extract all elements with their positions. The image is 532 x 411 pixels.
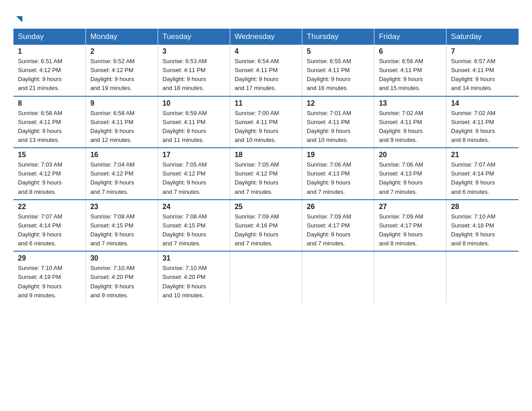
day-info: Sunrise: 6:53 AMSunset: 4:11 PMDaylight:…: [163, 57, 225, 93]
day-cell: 10Sunrise: 6:59 AMSunset: 4:11 PMDayligh…: [158, 96, 230, 148]
day-cell: 16Sunrise: 7:04 AMSunset: 4:12 PMDayligh…: [86, 148, 158, 200]
header-day-thursday: Thursday: [302, 29, 374, 45]
day-info: Sunrise: 7:07 AMSunset: 4:14 PMDaylight:…: [18, 212, 81, 248]
day-cell: 15Sunrise: 7:03 AMSunset: 4:12 PMDayligh…: [13, 148, 86, 200]
day-info: Sunrise: 7:09 AMSunset: 4:17 PMDaylight:…: [307, 212, 369, 248]
day-cell: 17Sunrise: 7:05 AMSunset: 4:12 PMDayligh…: [158, 148, 230, 200]
day-info: Sunrise: 7:09 AMSunset: 4:17 PMDaylight:…: [379, 212, 442, 248]
day-cell: 1Sunrise: 6:51 AMSunset: 4:12 PMDaylight…: [13, 45, 86, 96]
day-cell: [230, 251, 302, 303]
day-info: Sunrise: 7:06 AMSunset: 4:13 PMDaylight:…: [307, 160, 369, 197]
day-number: 20: [379, 151, 442, 159]
day-number: 6: [379, 47, 442, 56]
day-cell: 22Sunrise: 7:07 AMSunset: 4:14 PMDayligh…: [13, 200, 86, 252]
day-info: Sunrise: 7:10 AMSunset: 4:19 PMDaylight:…: [18, 264, 81, 300]
day-info: Sunrise: 7:08 AMSunset: 4:15 PMDaylight:…: [90, 212, 153, 248]
day-number: 14: [451, 99, 514, 107]
day-number: 1: [18, 47, 81, 56]
day-number: 4: [235, 47, 297, 56]
day-number: 26: [307, 203, 369, 211]
week-row-2: 8Sunrise: 6:58 AMSunset: 4:11 PMDaylight…: [13, 96, 519, 148]
logo: [13, 13, 24, 24]
header-day-sunday: Sunday: [13, 29, 86, 45]
day-number: 30: [90, 254, 153, 262]
day-info: Sunrise: 7:10 AMSunset: 4:20 PMDaylight:…: [163, 264, 225, 300]
day-number: 12: [307, 99, 369, 107]
day-number: 16: [90, 151, 153, 159]
day-cell: 3Sunrise: 6:53 AMSunset: 4:11 PMDaylight…: [158, 45, 230, 96]
day-cell: 25Sunrise: 7:09 AMSunset: 4:16 PMDayligh…: [230, 200, 302, 252]
day-number: 22: [18, 203, 81, 211]
day-cell: 30Sunrise: 7:10 AMSunset: 4:20 PMDayligh…: [86, 251, 158, 303]
day-info: Sunrise: 7:01 AMSunset: 4:11 PMDaylight:…: [307, 109, 369, 145]
day-info: Sunrise: 7:05 AMSunset: 4:12 PMDaylight:…: [235, 160, 297, 197]
day-cell: 9Sunrise: 6:58 AMSunset: 4:11 PMDaylight…: [86, 96, 158, 148]
day-number: 5: [307, 47, 369, 56]
logo-inner: [13, 13, 24, 24]
day-info: Sunrise: 7:06 AMSunset: 4:13 PMDaylight:…: [379, 160, 442, 197]
day-number: 3: [163, 47, 225, 56]
logo-row1: [13, 13, 24, 24]
day-number: 29: [18, 254, 81, 262]
day-info: Sunrise: 7:00 AMSunset: 4:11 PMDaylight:…: [235, 109, 297, 145]
day-info: Sunrise: 7:07 AMSunset: 4:14 PMDaylight:…: [451, 160, 514, 197]
day-info: Sunrise: 7:10 AMSunset: 4:20 PMDaylight:…: [90, 264, 153, 300]
day-number: 31: [163, 254, 225, 262]
logo-arrow-icon: [14, 14, 24, 24]
day-cell: 20Sunrise: 7:06 AMSunset: 4:13 PMDayligh…: [374, 148, 446, 200]
day-cell: 23Sunrise: 7:08 AMSunset: 4:15 PMDayligh…: [86, 200, 158, 252]
day-cell: 28Sunrise: 7:10 AMSunset: 4:18 PMDayligh…: [446, 200, 519, 252]
day-info: Sunrise: 6:52 AMSunset: 4:12 PMDaylight:…: [90, 57, 153, 93]
day-info: Sunrise: 7:03 AMSunset: 4:12 PMDaylight:…: [18, 160, 81, 197]
header-day-wednesday: Wednesday: [230, 29, 302, 45]
day-info: Sunrise: 6:59 AMSunset: 4:11 PMDaylight:…: [163, 109, 225, 145]
day-cell: 11Sunrise: 7:00 AMSunset: 4:11 PMDayligh…: [230, 96, 302, 148]
week-row-3: 15Sunrise: 7:03 AMSunset: 4:12 PMDayligh…: [13, 148, 519, 200]
day-cell: 27Sunrise: 7:09 AMSunset: 4:17 PMDayligh…: [374, 200, 446, 252]
day-cell: [446, 251, 519, 303]
day-info: Sunrise: 7:10 AMSunset: 4:18 PMDaylight:…: [451, 212, 514, 248]
day-info: Sunrise: 6:54 AMSunset: 4:11 PMDaylight:…: [235, 57, 297, 93]
day-number: 10: [163, 99, 225, 107]
day-cell: 21Sunrise: 7:07 AMSunset: 4:14 PMDayligh…: [446, 148, 519, 200]
header-row: SundayMondayTuesdayWednesdayThursdayFrid…: [13, 29, 519, 45]
calendar-table: SundayMondayTuesdayWednesdayThursdayFrid…: [13, 29, 519, 303]
week-row-4: 22Sunrise: 7:07 AMSunset: 4:14 PMDayligh…: [13, 200, 519, 252]
day-number: 11: [235, 99, 297, 107]
day-number: 18: [235, 151, 297, 159]
day-info: Sunrise: 6:58 AMSunset: 4:11 PMDaylight:…: [18, 109, 81, 145]
day-cell: 2Sunrise: 6:52 AMSunset: 4:12 PMDaylight…: [86, 45, 158, 96]
header-day-friday: Friday: [374, 29, 446, 45]
day-cell: [302, 251, 374, 303]
day-number: 13: [379, 99, 442, 107]
day-cell: 31Sunrise: 7:10 AMSunset: 4:20 PMDayligh…: [158, 251, 230, 303]
day-info: Sunrise: 6:56 AMSunset: 4:11 PMDaylight:…: [379, 57, 442, 93]
day-cell: 5Sunrise: 6:55 AMSunset: 4:11 PMDaylight…: [302, 45, 374, 96]
day-cell: 19Sunrise: 7:06 AMSunset: 4:13 PMDayligh…: [302, 148, 374, 200]
day-cell: 24Sunrise: 7:08 AMSunset: 4:15 PMDayligh…: [158, 200, 230, 252]
calendar-body: 1Sunrise: 6:51 AMSunset: 4:12 PMDaylight…: [13, 45, 519, 303]
day-info: Sunrise: 7:05 AMSunset: 4:12 PMDaylight:…: [163, 160, 225, 197]
day-info: Sunrise: 6:57 AMSunset: 4:11 PMDaylight:…: [451, 57, 514, 93]
day-number: 21: [451, 151, 514, 159]
day-cell: 13Sunrise: 7:02 AMSunset: 4:11 PMDayligh…: [374, 96, 446, 148]
day-cell: 7Sunrise: 6:57 AMSunset: 4:11 PMDaylight…: [446, 45, 519, 96]
day-number: 25: [235, 203, 297, 211]
day-number: 2: [90, 47, 153, 56]
day-number: 27: [379, 203, 442, 211]
day-cell: 18Sunrise: 7:05 AMSunset: 4:12 PMDayligh…: [230, 148, 302, 200]
day-info: Sunrise: 6:51 AMSunset: 4:12 PMDaylight:…: [18, 57, 81, 93]
day-info: Sunrise: 7:08 AMSunset: 4:15 PMDaylight:…: [163, 212, 225, 248]
day-info: Sunrise: 6:58 AMSunset: 4:11 PMDaylight:…: [90, 109, 153, 145]
week-row-5: 29Sunrise: 7:10 AMSunset: 4:19 PMDayligh…: [13, 251, 519, 303]
day-number: 15: [18, 151, 81, 159]
day-number: 23: [90, 203, 153, 211]
day-cell: 29Sunrise: 7:10 AMSunset: 4:19 PMDayligh…: [13, 251, 86, 303]
calendar-header: SundayMondayTuesdayWednesdayThursdayFrid…: [13, 29, 519, 45]
day-cell: 26Sunrise: 7:09 AMSunset: 4:17 PMDayligh…: [302, 200, 374, 252]
page-header: [13, 9, 519, 24]
day-info: Sunrise: 7:02 AMSunset: 4:11 PMDaylight:…: [379, 109, 442, 145]
day-cell: 8Sunrise: 6:58 AMSunset: 4:11 PMDaylight…: [13, 96, 86, 148]
day-cell: [374, 251, 446, 303]
day-number: 24: [163, 203, 225, 211]
